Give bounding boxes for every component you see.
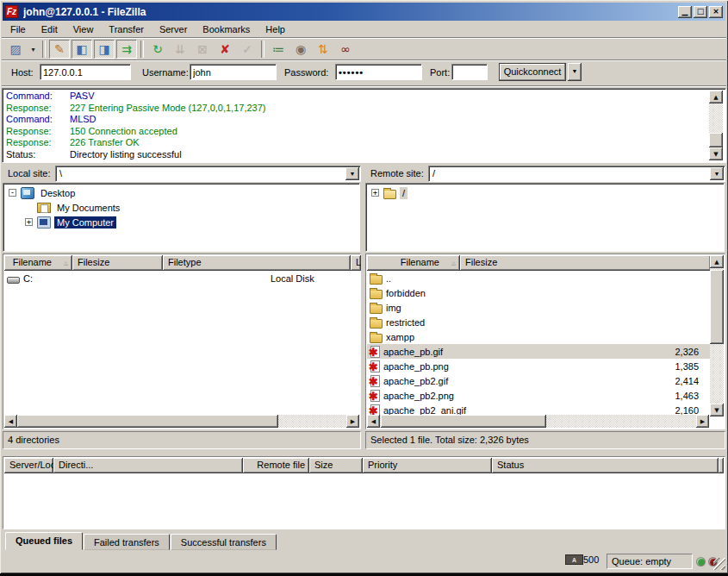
- scroll-up-button[interactable]: [710, 255, 724, 268]
- tab[interactable]: Failed transfers: [84, 534, 170, 550]
- file-row[interactable]: apache_pb2.gif 2,414: [367, 373, 711, 388]
- column-header[interactable]: Size: [309, 458, 363, 473]
- file-name: restricted: [386, 317, 425, 328]
- scrollbar-thumb[interactable]: [709, 133, 723, 147]
- username-input[interactable]: [190, 64, 277, 80]
- menu-item[interactable]: Transfer: [101, 23, 152, 36]
- ascii-data-type-icon[interactable]: A: [565, 554, 583, 565]
- local-horizontal-scrollbar[interactable]: [4, 415, 359, 428]
- tree-item[interactable]: + My Computer: [3, 215, 359, 229]
- file-row[interactable]: xampp: [367, 329, 711, 344]
- resize-grip[interactable]: [713, 558, 725, 570]
- toolbar: ▨ ▾ ✎ ◧ ◨ ⇉ ↻ ⇊ ⊠: [3, 39, 727, 59]
- menu-item[interactable]: Bookmarks: [195, 23, 258, 36]
- menu-item[interactable]: View: [65, 23, 102, 36]
- file-name: ..: [386, 273, 391, 284]
- remote-horizontal-scrollbar[interactable]: [367, 415, 709, 428]
- find-files-button[interactable]: ∞: [335, 40, 356, 59]
- tree-item[interactable]: + /: [366, 185, 724, 200]
- menu-item[interactable]: File: [3, 23, 34, 36]
- file-size: 2,414: [613, 376, 704, 386]
- toggle-message-log-button[interactable]: ✎: [49, 40, 70, 59]
- reconnect-button[interactable]: ✓: [237, 40, 258, 59]
- divider: [2, 85, 726, 87]
- quickconnect-button[interactable]: Quickconnect: [499, 63, 566, 81]
- maximize-button[interactable]: □: [694, 6, 707, 18]
- toggle-local-tree-button[interactable]: ◧: [72, 40, 92, 59]
- menu-item[interactable]: Help: [258, 23, 293, 36]
- scrollbar-thumb[interactable]: [17, 415, 278, 428]
- column-header[interactable]: Status: [492, 458, 719, 473]
- tab[interactable]: Queued files: [5, 532, 83, 550]
- port-input[interactable]: [451, 64, 488, 80]
- column-header[interactable]: Filename: [367, 255, 460, 271]
- file-row[interactable]: img: [367, 300, 711, 315]
- process-queue-button[interactable]: ⇊: [170, 40, 190, 59]
- toggle-transfer-queue-button[interactable]: ⇉: [116, 40, 137, 59]
- remote-site-combobox[interactable]: / ▼: [428, 166, 725, 182]
- menu-item[interactable]: Edit: [34, 23, 65, 36]
- file-row[interactable]: forbidden: [367, 285, 711, 300]
- toggle-remote-tree-button[interactable]: ◨: [94, 40, 115, 59]
- close-button[interactable]: ×: [709, 6, 723, 18]
- refresh-button[interactable]: ↻: [147, 40, 168, 59]
- column-header[interactable]: [719, 458, 724, 473]
- directory-filter-button[interactable]: ≔: [268, 40, 289, 59]
- column-header[interactable]: Filename: [4, 255, 72, 271]
- file-row[interactable]: apache_pb2.png 1,463: [367, 388, 711, 403]
- column-header[interactable]: Filesize: [72, 255, 163, 271]
- tree-item[interactable]: - Desktop: [3, 185, 359, 200]
- column-header[interactable]: Server/Local file: [4, 458, 53, 473]
- tree-expander-icon[interactable]: +: [371, 189, 379, 197]
- file-row[interactable]: apache_pb.png 1,385: [367, 359, 711, 373]
- log-scrollbar[interactable]: [709, 91, 723, 160]
- menu-item[interactable]: Server: [152, 23, 195, 36]
- column-header[interactable]: Remote file: [243, 458, 309, 473]
- disconnect-button[interactable]: ✘: [215, 40, 235, 59]
- compare-directories-button[interactable]: ◉: [290, 40, 311, 59]
- file-row[interactable]: restricted: [367, 315, 711, 329]
- tree-item[interactable]: My Documents: [3, 200, 359, 215]
- scrollbar-thumb[interactable]: [710, 270, 724, 344]
- minimize-button[interactable]: ▁: [678, 6, 692, 18]
- tree-expander-icon[interactable]: +: [25, 218, 33, 226]
- password-input[interactable]: [335, 64, 422, 80]
- cancel-button[interactable]: ⊠: [192, 40, 213, 59]
- file-row[interactable]: ..: [367, 271, 711, 285]
- tree-expander-icon[interactable]: -: [9, 189, 16, 197]
- scroll-left-button[interactable]: [367, 415, 380, 428]
- local-site-path: \: [59, 168, 62, 178]
- scroll-down-button[interactable]: [710, 404, 724, 416]
- file-row[interactable]: apache_pb.gif 2,326: [367, 344, 711, 359]
- scroll-down-button[interactable]: [709, 147, 723, 160]
- scroll-right-button[interactable]: [696, 415, 709, 428]
- image-icon: [370, 346, 380, 358]
- file-row[interactable]: C: Local Disk: [4, 271, 361, 285]
- status-bar: A500 Queue: empty: [3, 553, 725, 572]
- scrollbar-thumb[interactable]: [381, 415, 546, 428]
- documents-icon: [37, 203, 51, 213]
- column-header[interactable]: Priority: [363, 458, 492, 473]
- site-manager-dropdown-button[interactable]: ▾: [28, 40, 39, 59]
- chevron-down-icon[interactable]: ▼: [345, 167, 359, 180]
- speed-limit-icon[interactable]: 500: [583, 554, 599, 565]
- quickconnect-dropdown-button[interactable]: ▼: [568, 63, 582, 81]
- scroll-left-button[interactable]: [4, 415, 17, 428]
- chevron-down-icon[interactable]: ▼: [710, 167, 724, 180]
- column-header[interactable]: Directi...: [53, 458, 243, 473]
- scroll-right-button[interactable]: [346, 415, 359, 428]
- log-line-text: PASV: [70, 91, 95, 101]
- log-line: Response:226 Transfer OK: [6, 137, 706, 149]
- scroll-up-button[interactable]: [709, 91, 723, 103]
- site-manager-button[interactable]: ▨: [5, 40, 26, 59]
- column-header[interactable]: Filetype: [163, 255, 351, 271]
- column-header[interactable]: Filesize: [460, 255, 711, 271]
- status-indicators: A500: [558, 554, 599, 565]
- host-input[interactable]: [40, 64, 131, 80]
- local-site-bar: Local site: \ ▼: [3, 166, 361, 182]
- synchronized-browsing-button[interactable]: ⇅: [313, 40, 333, 59]
- local-site-combobox[interactable]: \ ▼: [55, 166, 361, 182]
- tab[interactable]: Successful transfers: [171, 534, 277, 550]
- column-header[interactable]: L: [351, 255, 361, 271]
- remote-vertical-scrollbar[interactable]: [710, 255, 724, 416]
